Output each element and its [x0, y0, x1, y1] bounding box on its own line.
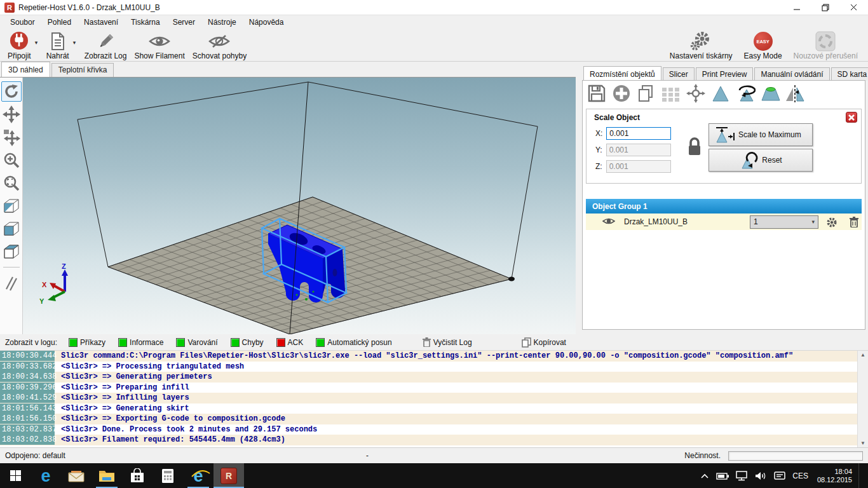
- tray-chevron-icon[interactable]: [700, 472, 710, 480]
- menu-item-2[interactable]: Nastavení: [78, 16, 125, 29]
- taskbar-edge-button[interactable]: e: [31, 463, 61, 488]
- move-view-button[interactable]: [1, 104, 22, 125]
- log-scrollbar[interactable]: ▲ ▼: [857, 351, 868, 447]
- object-copies-dropdown[interactable]: 1 ▾: [750, 215, 818, 229]
- zoom-fit-button[interactable]: [1, 173, 22, 193]
- log-filter-5[interactable]: Automatický posun: [316, 338, 391, 347]
- right-tab-2[interactable]: Print Preview: [696, 67, 754, 81]
- printer-settings-button[interactable]: Nastavení tiskárny: [666, 30, 736, 61]
- save-icon: [587, 84, 606, 103]
- easy-mode-button[interactable]: EASY Easy Mode: [740, 30, 786, 61]
- 3d-viewport[interactable]: Z X Y: [23, 78, 576, 335]
- scale-x-input[interactable]: [606, 127, 671, 140]
- scroll-up-icon[interactable]: ▲: [860, 352, 865, 358]
- copy-icon: [637, 84, 656, 103]
- windows-taskbar: e e R CES 18:04 08.12.2015: [0, 463, 868, 488]
- taskbar-calculator-button[interactable]: [153, 463, 183, 488]
- parallel-projection-button[interactable]: [1, 273, 22, 293]
- menu-item-0[interactable]: Soubor: [4, 16, 41, 29]
- taskbar-explorer-button[interactable]: [92, 463, 122, 488]
- menu-item-1[interactable]: Pohled: [41, 16, 78, 29]
- log-row: 18:00:34.638<Slic3r> => Generating perim…: [0, 372, 857, 383]
- front-view-button[interactable]: [1, 219, 22, 239]
- language-indicator[interactable]: CES: [792, 471, 808, 480]
- log-filter-2[interactable]: Varování: [176, 338, 217, 347]
- taskbar-repetier-button[interactable]: R: [214, 463, 244, 488]
- top-view-button[interactable]: [1, 241, 22, 262]
- windows-logo-icon: [10, 470, 21, 481]
- log-output: 18:00:30.444Slic3r command:C:\Program Fi…: [0, 351, 857, 447]
- battery-icon[interactable]: [716, 471, 729, 480]
- minimize-button[interactable]: [782, 0, 811, 15]
- object-group-header[interactable]: Object Group 1: [586, 199, 862, 214]
- object-row[interactable]: Drzak_LM10UU_B 1 ▾: [586, 214, 862, 230]
- save-composition-button[interactable]: [587, 83, 607, 104]
- connect-button[interactable]: Připojit: [4, 30, 35, 61]
- action-center-icon[interactable]: [774, 471, 786, 481]
- object-visibility-eye-icon[interactable]: [602, 217, 615, 227]
- close-scale-panel-button[interactable]: [846, 112, 857, 123]
- move-object-button[interactable]: [1, 127, 22, 147]
- add-object-button[interactable]: [611, 83, 632, 104]
- menu-item-5[interactable]: Nástroje: [201, 16, 243, 29]
- tab-temperature-curve[interactable]: Teplotní křivka: [51, 63, 114, 77]
- front-view-icon: [2, 219, 21, 238]
- load-button[interactable]: Nahrát: [43, 30, 73, 61]
- show-filament-button[interactable]: Show Filament: [130, 30, 188, 61]
- reset-scale-button[interactable]: Reset: [709, 149, 813, 172]
- lock-aspect-button[interactable]: [686, 136, 703, 159]
- zoom-in-button[interactable]: [1, 150, 22, 170]
- log-filter-1[interactable]: Informace: [118, 338, 163, 347]
- rotate-view-button[interactable]: [1, 81, 22, 102]
- taskbar-ie-button[interactable]: e: [183, 463, 214, 488]
- log-filter-3[interactable]: Chyby: [231, 338, 264, 347]
- scale-to-maximum-button[interactable]: Scale to Maximum: [709, 123, 813, 146]
- right-tab-0[interactable]: Rozmístění objektů: [583, 66, 661, 81]
- menu-item-6[interactable]: Nápověda: [243, 16, 290, 29]
- right-tab-3[interactable]: Manuální ovládání: [754, 67, 829, 81]
- log-filter-4[interactable]: ACK: [276, 338, 304, 347]
- start-button[interactable]: [0, 463, 31, 488]
- log-filter-0[interactable]: Příkazy: [69, 338, 105, 347]
- filter-label: Informace: [130, 338, 163, 347]
- restore-button[interactable]: [811, 0, 839, 15]
- lay-flat-button[interactable]: [760, 83, 780, 104]
- isometric-view-button[interactable]: [1, 196, 22, 216]
- network-icon[interactable]: [736, 471, 749, 481]
- scale-object-button[interactable]: [710, 83, 731, 104]
- object-settings-button[interactable]: [826, 217, 837, 230]
- copy-object-button[interactable]: [636, 83, 656, 104]
- clear-log-button[interactable]: Vyčistit Log: [423, 337, 472, 347]
- speaker-icon[interactable]: [755, 471, 768, 481]
- right-tab-4[interactable]: SD karta: [831, 67, 868, 81]
- taskbar-mail-button[interactable]: [61, 463, 92, 488]
- rotate-icon: [3, 83, 20, 100]
- object-delete-button[interactable]: [849, 216, 859, 229]
- close-button[interactable]: [839, 0, 868, 15]
- show-log-button[interactable]: Zobrazit Log: [81, 30, 131, 61]
- object-name: Drzak_LM10UU_B: [624, 217, 688, 226]
- menu-item-4[interactable]: Server: [166, 16, 201, 29]
- copy-log-button[interactable]: Kopírovat: [522, 337, 566, 348]
- hide-moves-button[interactable]: Schovat pohyby: [189, 30, 250, 61]
- trash-icon: [849, 216, 859, 227]
- mail-icon: [68, 470, 85, 482]
- menu-item-3[interactable]: Tiskárna: [125, 16, 166, 29]
- load-dropdown-arrow[interactable]: ▾: [73, 30, 81, 46]
- right-tab-1[interactable]: Slicer: [663, 67, 695, 81]
- taskbar-store-button[interactable]: [122, 463, 153, 488]
- scroll-down-icon[interactable]: ▼: [860, 440, 865, 446]
- eye-slash-icon: [208, 31, 231, 51]
- center-object-button[interactable]: [686, 83, 706, 104]
- tab-3d-preview[interactable]: 3D náhled: [1, 62, 50, 77]
- clock[interactable]: 18:04 08.12.2015: [815, 468, 852, 484]
- clear-log-trash-icon: [423, 337, 431, 347]
- object-gear-icon: [826, 217, 837, 228]
- svg-text:Y: Y: [39, 297, 44, 305]
- lay-flat-icon: [760, 84, 780, 103]
- rotate-object-button[interactable]: [735, 83, 756, 104]
- connect-dropdown-arrow[interactable]: ▾: [35, 30, 43, 46]
- mirror-object-button[interactable]: [785, 83, 805, 104]
- show-desktop-button[interactable]: [858, 463, 862, 488]
- log-row: 18:01:56.150<Slic3r> => Exporting G-code…: [0, 414, 857, 424]
